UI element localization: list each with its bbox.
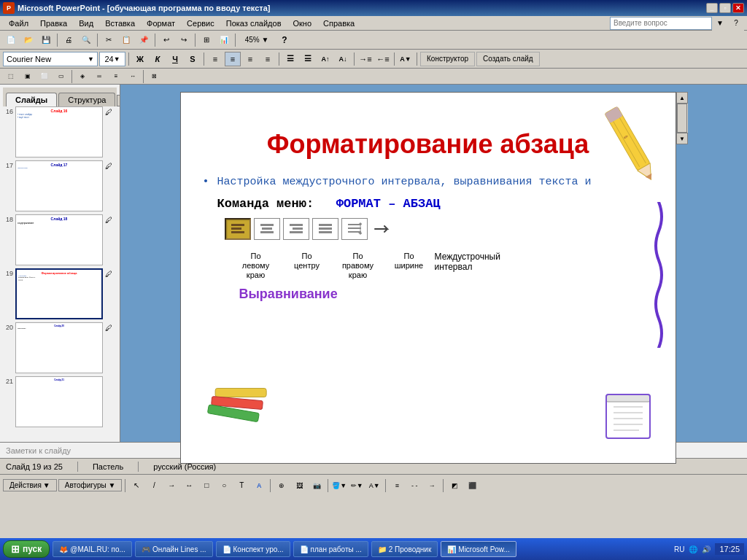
minimize-button[interactable]: _ xyxy=(706,3,718,13)
italic-button[interactable]: К xyxy=(150,52,166,66)
align-btn-left[interactable] xyxy=(225,218,251,240)
thumb-img-16[interactable]: Слайд 16 • текст слайда • ещё текст xyxy=(15,106,103,158)
scroll-down-button[interactable]: ▼ xyxy=(676,133,688,144)
decrease-size-button[interactable]: A↓ xyxy=(335,52,351,66)
help-search-button[interactable]: ▼ xyxy=(712,16,728,31)
undo-button[interactable]: ↩ xyxy=(158,33,174,47)
menu-help[interactable]: Справка xyxy=(317,18,360,29)
draw-tb-btn1[interactable]: ⬚ xyxy=(3,69,19,84)
thumb-img-17[interactable]: Слайд 17 таблица/схема xyxy=(15,160,103,211)
tab-outline[interactable]: Структура xyxy=(58,93,115,106)
align-btn-right[interactable] xyxy=(283,218,309,240)
font-size-box[interactable]: 24 ▼ xyxy=(99,52,125,66)
menu-insert[interactable]: Вставка xyxy=(99,18,141,29)
fill-color-btn[interactable]: 🪣▼ xyxy=(331,478,347,493)
taskbar-item-plan[interactable]: 📄 план работы ... xyxy=(293,541,368,557)
draw-tb-btn3[interactable]: ⬜ xyxy=(36,69,53,84)
scroll-track[interactable] xyxy=(677,104,687,133)
font-name-box[interactable]: Courier New ▼ xyxy=(3,52,98,66)
draw-tb-btn8[interactable]: ↔ xyxy=(125,69,141,84)
arrow-line-tool[interactable]: → xyxy=(163,478,179,493)
strikethrough-button[interactable]: S xyxy=(185,52,201,66)
double-arrow-tool[interactable]: ↔ xyxy=(181,478,197,493)
taskbar-item-explorer[interactable]: 📁 2 Проводник xyxy=(371,541,438,557)
slide-thumb-21[interactable]: 21 Слайд 21 xyxy=(3,376,117,427)
diagram-tool[interactable]: ⊕ xyxy=(274,478,290,493)
line-color-btn[interactable]: ✏▼ xyxy=(349,478,365,493)
copy-button[interactable]: 📋 xyxy=(118,33,134,47)
slide-thumb-19[interactable]: 19 Форматирование абзаца • Настройка Ком… xyxy=(3,268,117,319)
cut-button[interactable]: ✂ xyxy=(101,33,117,47)
bold-button[interactable]: Ж xyxy=(132,52,148,66)
align-left-button[interactable]: ≡ xyxy=(207,52,223,66)
taskbar-item-mail[interactable]: 🦊 @MAIL.RU: по... xyxy=(53,541,132,557)
menu-view[interactable]: Вид xyxy=(73,18,99,29)
wordart-tool[interactable]: A xyxy=(251,478,267,493)
3d-btn[interactable]: ⬛ xyxy=(464,478,480,493)
create-slide-button[interactable]: Создать слайд xyxy=(476,52,540,66)
maximize-button[interactable]: ▫ xyxy=(719,3,731,13)
open-button[interactable]: 📂 xyxy=(20,33,36,47)
menu-slideshow[interactable]: Показ слайдов xyxy=(220,18,287,29)
align-btn-justify[interactable] xyxy=(312,218,338,240)
dash-style-btn[interactable]: - - xyxy=(406,478,422,493)
indent-button[interactable]: →≡ xyxy=(357,52,374,66)
draw-tb-btn4[interactable]: ▭ xyxy=(53,69,69,84)
underline-button[interactable]: Ч xyxy=(167,52,183,66)
numbering-button[interactable]: ☰ xyxy=(300,52,316,66)
menu-service[interactable]: Сервис xyxy=(181,18,220,29)
shadow-btn[interactable]: ◩ xyxy=(446,478,462,493)
clipart-tool[interactable]: 🖼 xyxy=(291,478,307,493)
menu-file[interactable]: Файл xyxy=(3,18,34,29)
insert-chart-button[interactable]: 📊 xyxy=(216,33,232,47)
outdent-button[interactable]: ←≡ xyxy=(375,52,391,66)
print-button[interactable]: 🖨 xyxy=(61,33,77,47)
menu-window[interactable]: Окно xyxy=(287,18,318,29)
slide-thumb-20[interactable]: 20 Слайд 20 содержание 🖊 xyxy=(3,322,117,373)
draw-tb-btn9[interactable]: ⊠ xyxy=(146,69,162,84)
line-style-btn[interactable]: ≡ xyxy=(389,478,405,493)
font-color-button[interactable]: A▼ xyxy=(398,52,414,66)
zoom-box[interactable]: 45% ▼ xyxy=(239,33,275,47)
slide-thumb-18[interactable]: 18 Слайд 18 содержание 🖊 xyxy=(3,214,117,265)
increase-size-button[interactable]: A↑ xyxy=(317,52,333,66)
align-justify-button[interactable]: ≡ xyxy=(260,52,276,66)
vertical-scrollbar[interactable]: ▲ ▼ xyxy=(676,92,688,144)
thumb-img-21[interactable]: Слайд 21 xyxy=(15,376,103,427)
slide-canvas[interactable]: ✏ xyxy=(180,92,676,464)
draw-tb-btn6[interactable]: ═ xyxy=(91,69,107,84)
ellipse-tool[interactable]: ○ xyxy=(216,478,232,493)
close-button[interactable]: ✕ xyxy=(732,3,744,13)
picture-tool[interactable]: 📷 xyxy=(309,478,325,493)
menu-edit[interactable]: Правка xyxy=(34,18,73,29)
designer-button[interactable]: Конструктор xyxy=(420,52,475,66)
align-center-button[interactable]: ≡ xyxy=(225,52,241,66)
actions-button[interactable]: Действия ▼ xyxy=(3,479,57,491)
autoshapes-button[interactable]: Автофигуры ▼ xyxy=(58,479,123,491)
rect-tool[interactable]: □ xyxy=(198,478,214,493)
draw-tb-btn5[interactable]: ◈ xyxy=(74,69,90,84)
thumb-img-20[interactable]: Слайд 20 содержание xyxy=(15,322,103,373)
start-button[interactable]: ⊞ пуск xyxy=(3,540,50,558)
menu-format[interactable]: Формат xyxy=(141,18,181,29)
align-btn-spacing[interactable] xyxy=(341,218,368,240)
arrow-tool[interactable]: ↖ xyxy=(128,478,144,493)
bullets-button[interactable]: ☰ xyxy=(282,52,298,66)
draw-tb-btn2[interactable]: ▣ xyxy=(20,69,36,84)
font-color-btn2[interactable]: A▼ xyxy=(366,478,382,493)
taskbar-item-ppt[interactable]: 📊 Microsoft Pow... xyxy=(441,541,516,557)
scroll-thumb[interactable] xyxy=(677,104,687,133)
save-button[interactable]: 💾 xyxy=(38,33,54,47)
slide-thumb-17[interactable]: 17 Слайд 17 таблица/схема 🖊 xyxy=(3,160,117,211)
line-tool[interactable]: / xyxy=(146,478,162,493)
slide-thumb-16[interactable]: 16 Слайд 16 • текст слайда • ещё текст 🖊 xyxy=(3,106,117,158)
taskbar-item-lines[interactable]: 🎮 Онлайн Lines ... xyxy=(135,541,213,557)
textbox-tool[interactable]: T xyxy=(233,478,249,493)
help-btn[interactable]: ? xyxy=(276,33,293,47)
insert-table-button[interactable]: ⊞ xyxy=(198,33,214,47)
preview-button[interactable]: 🔍 xyxy=(78,33,94,47)
thumb-img-18[interactable]: Слайд 18 содержание xyxy=(15,214,103,265)
new-button[interactable]: 📄 xyxy=(3,33,19,47)
help-icon-button[interactable]: ? xyxy=(728,16,744,31)
paste-button[interactable]: 📌 xyxy=(136,33,152,47)
